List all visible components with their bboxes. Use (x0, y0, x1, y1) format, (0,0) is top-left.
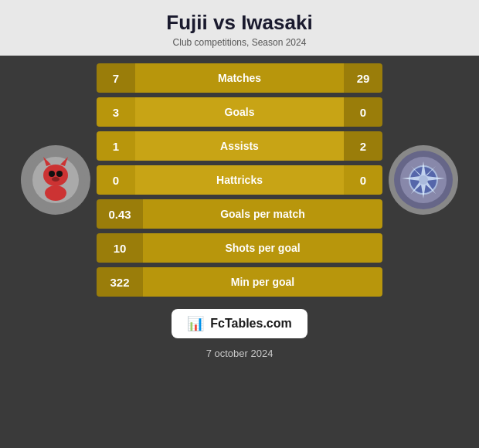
goals-label: Goals (135, 97, 344, 127)
watermark-text: FcTables.com (210, 317, 292, 331)
goals-per-match-label: Goals per match (143, 199, 382, 229)
min-per-goal-value: 322 (97, 267, 143, 297)
iwasaki-logo-svg (392, 149, 454, 211)
assists-label: Assists (135, 131, 344, 161)
shots-per-goal-value: 10 (97, 233, 143, 263)
assists-right-value: 2 (344, 131, 382, 161)
svg-point-8 (45, 185, 66, 201)
matches-left-value: 7 (97, 63, 135, 93)
goals-right-value: 0 (344, 97, 382, 127)
svg-point-2 (43, 165, 68, 186)
team-logo-right (389, 145, 458, 215)
stat-row-min-per-goal: 322 Min per goal (97, 267, 382, 297)
stat-row-hattricks: 0 Hattricks 0 (97, 165, 382, 195)
chart-icon: 📊 (187, 315, 204, 332)
stat-row-goals-per-match: 0.43 Goals per match (97, 199, 382, 229)
svg-point-5 (49, 171, 55, 177)
svg-point-6 (56, 171, 63, 177)
match-title: Fujii vs Iwasaki (0, 11, 479, 35)
min-per-goal-label: Min per goal (143, 267, 382, 297)
coyotes-logo-svg (25, 149, 87, 211)
hattricks-label: Hattricks (135, 165, 344, 195)
watermark: 📊 FcTables.com (172, 309, 307, 338)
assists-left-value: 1 (97, 131, 135, 161)
stat-row-matches: 7 Matches 29 (97, 63, 382, 93)
match-subtitle: Club competitions, Season 2024 (0, 37, 479, 48)
team-logo-left (21, 145, 90, 215)
matches-label: Matches (135, 63, 344, 93)
main-content: 7 Matches 29 3 Goals 0 1 Assists 2 0 Hat… (8, 63, 471, 297)
stat-row-assists: 1 Assists 2 (97, 131, 382, 161)
stat-row-goals: 3 Goals 0 (97, 97, 382, 127)
goals-left-value: 3 (97, 97, 135, 127)
hattricks-left-value: 0 (97, 165, 135, 195)
matches-right-value: 29 (344, 63, 382, 93)
date-footer: 7 october 2024 (206, 348, 273, 359)
title-area: Fujii vs Iwasaki Club competitions, Seas… (0, 0, 479, 56)
shots-per-goal-label: Shots per goal (143, 233, 382, 263)
stats-container: 7 Matches 29 3 Goals 0 1 Assists 2 0 Hat… (97, 63, 382, 297)
svg-point-7 (52, 177, 59, 182)
stat-row-shots-per-goal: 10 Shots per goal (97, 233, 382, 263)
hattricks-right-value: 0 (344, 165, 382, 195)
svg-point-13 (419, 175, 428, 185)
goals-per-match-value: 0.43 (97, 199, 143, 229)
